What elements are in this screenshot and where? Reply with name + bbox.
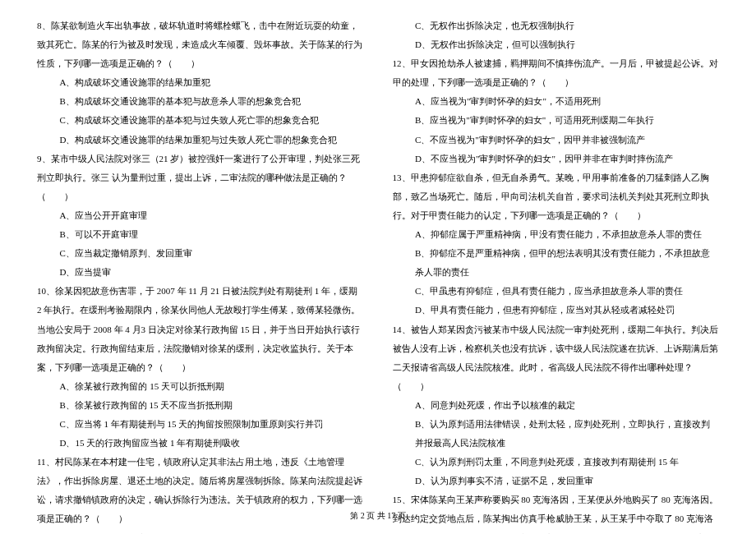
q9-option-a: A、应当公开开庭审理	[37, 206, 364, 225]
q10-option-c: C、应当将 1 年有期徒刑与 15 天的拘留按照限制加重原则实行并罚	[37, 415, 364, 434]
q11-option-d: D、无权作出拆除决定，但可以强制执行	[393, 35, 720, 54]
right-column: C、无权作出拆除决定，也无权强制执行 D、无权作出拆除决定，但可以强制执行 12…	[393, 16, 720, 493]
page-footer: 第 2 页 共 17 页	[0, 507, 756, 524]
q11-option-a: A、有权作出拆除决定，但无权强制执行	[37, 529, 364, 534]
q12-option-a: A、应当视为"审判时怀孕的妇女"，不适用死刑	[393, 92, 720, 111]
q13-stem: 13、甲患抑郁症欲自杀，但无自杀勇气。某晚，甲用事前准备的刀猛刺路人乙胸部，致乙…	[393, 168, 720, 225]
q9-option-d: D、应当提审	[37, 263, 364, 282]
q8-option-a: A、构成破坏交通设施罪的结果加重犯	[37, 73, 364, 92]
left-column: 8、陈某欲制造火车出轨事故，破坏轨道时将螺栓螺飞，击中在附近玩耍的幼童，致其死亡…	[37, 16, 364, 493]
q14-option-c: C、认为原判刑罚太重，不同意判处死缓，直接改判有期徒刑 15 年	[393, 453, 720, 472]
q12-option-b: B、应当视为"审判时怀孕的妇女"，可适用死刑缓期二年执行	[393, 111, 720, 130]
q13-option-c: C、甲虽患有抑郁症，但具有责任能力，应当承担故意杀人罪的责任	[393, 282, 720, 301]
q14-option-d: D、认为原判事实不清，证据不足，发回重审	[393, 472, 720, 490]
q14-option-a: A、同意判处死缓，作出予以核准的裁定	[393, 396, 720, 415]
q14-stem: 14、被告人郑某因贪污被某市中级人民法院一审判处死刑，缓期二年执行。判决后被告人…	[393, 320, 720, 396]
q11-option-c: C、无权作出拆除决定，也无权强制执行	[393, 16, 720, 35]
q12-stem: 12、甲女因抢劫杀人被逮捕，羁押期间不慎摔伤流产。一月后，甲被提起公诉。对甲的处…	[393, 54, 720, 92]
q13-option-b: B、抑郁症不是严重精神病，但甲的想法表明其没有责任能力，不承担故意杀人罪的责任	[393, 244, 720, 282]
q8-stem: 8、陈某欲制造火车出轨事故，破坏轨道时将螺栓螺飞，击中在附近玩耍的幼童，致其死亡…	[37, 16, 364, 73]
q10-option-d: D、15 天的行政拘留应当被 1 年有期徒刑吸收	[37, 434, 364, 453]
q13-option-d: D、甲具有责任能力，但患有抑郁症，应当对其从轻或者减轻处罚	[393, 301, 720, 320]
q10-option-a: A、徐某被行政拘留的 15 天可以折抵刑期	[37, 377, 364, 396]
q13-option-a: A、抑郁症属于严重精神病，甲没有责任能力，不承担故意杀人罪的责任	[393, 225, 720, 244]
q10-option-b: B、徐某被行政拘留的 15 天不应当折抵刑期	[37, 396, 364, 415]
q10-stem: 10、徐某因犯故意伤害罪，于 2007 年 11 月 21 日被法院判处有期徒刑…	[37, 282, 364, 376]
q8-option-b: B、构成破坏交通设施罪的基本犯与故意杀人罪的想象竞合犯	[37, 92, 364, 111]
q14-option-b: B、认为原判适用法律错误，处刑太轻，应判处死刑，立即执行，直接改判并报最高人民法…	[393, 415, 720, 453]
q9-stem: 9、某市中级人民法院对张三（21 岁）被控强奸一案进行了公开审理，判处张三死刑立…	[37, 150, 364, 206]
q12-option-c: C、不应当视为"审判时怀孕的妇女"，因甲并非被强制流产	[393, 131, 720, 150]
q9-option-b: B、可以不开庭审理	[37, 225, 364, 244]
q8-option-d: D、构成破坏交通设施罪的结果加重犯与过失致人死亡罪的想象竞合犯	[37, 131, 364, 150]
q9-option-c: C、应当裁定撤销原判、发回重审	[37, 244, 364, 263]
q8-option-c: C、构成破坏交通设施罪的基本犯与过失致人死亡罪的想象竞合犯	[37, 111, 364, 130]
q12-option-d: D、不应当视为"审判时怀孕的妇女"，因甲并非在审判时摔伤流产	[393, 150, 720, 168]
